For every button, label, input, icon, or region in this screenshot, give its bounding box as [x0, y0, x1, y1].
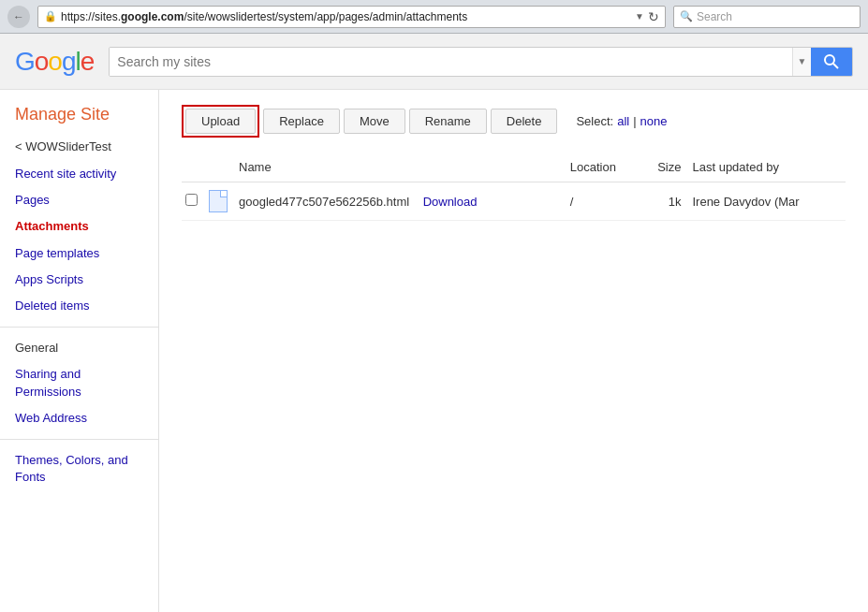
sidebar-divider-1	[0, 327, 158, 328]
sidebar-back-link[interactable]: < WOWSliderTest	[0, 139, 158, 161]
search-submit-button[interactable]	[811, 48, 852, 76]
file-icon	[209, 190, 228, 212]
row-size-cell: 1k	[642, 182, 689, 221]
svg-line-1	[833, 64, 838, 68]
sidebar-item-general: General	[0, 335, 158, 361]
col-checkbox	[182, 153, 205, 182]
url-text: https://sites.google.com/site/wowslidert…	[61, 10, 467, 23]
search-icon: 🔍	[680, 10, 693, 22]
address-bar[interactable]: 🔒 https://sites.google.com/site/wowslide…	[37, 6, 666, 28]
search-dropdown-button[interactable]: ▼	[792, 48, 811, 76]
table-row: googled477c507e562256b.html Download / 1…	[182, 182, 846, 221]
sidebar-item-page-templates[interactable]: Page templates	[0, 240, 158, 267]
row-name-cell: googled477c507e562256b.html Download	[235, 182, 566, 221]
sidebar-item-pages[interactable]: Pages	[0, 187, 158, 213]
col-size: Size	[642, 153, 689, 182]
svg-point-0	[825, 55, 834, 65]
sidebar-divider-2	[0, 439, 158, 440]
sidebar-item-recent-site-activity[interactable]: Recent site activity	[0, 161, 158, 187]
row-location-cell: /	[566, 182, 642, 221]
search-submit-icon	[823, 53, 840, 70]
table-body: googled477c507e562256b.html Download / 1…	[182, 182, 846, 221]
delete-button[interactable]: Delete	[491, 109, 558, 134]
address-dropdown-icon[interactable]: ▼	[635, 11, 644, 22]
replace-button[interactable]: Replace	[263, 109, 340, 134]
logo-e: e	[81, 47, 95, 76]
browser-chrome: ← 🔒 https://sites.google.com/site/wowsli…	[0, 0, 868, 34]
main-content: Upload Replace Move Rename Delete Select…	[159, 90, 868, 612]
sidebar-item-themes-colors-fonts[interactable]: Themes, Colors, and Fonts	[0, 447, 158, 490]
browser-search-placeholder: Search	[697, 10, 732, 23]
search-sites-input[interactable]	[110, 48, 792, 76]
upload-btn-wrapper: Upload	[182, 105, 259, 138]
upload-button[interactable]: Upload	[185, 109, 256, 134]
download-link[interactable]: Download	[423, 195, 478, 209]
row-last-updated-cell: Irene Davydov (Mar	[688, 182, 846, 221]
move-button[interactable]: Move	[344, 109, 405, 134]
browser-search-box[interactable]: 🔍 Search	[673, 6, 861, 28]
col-last-updated-by: Last updated by	[688, 153, 846, 182]
logo-g2: g	[62, 47, 76, 76]
select-none-link[interactable]: none	[640, 114, 668, 128]
refresh-button[interactable]: ↻	[648, 9, 659, 24]
files-table: Name Location Size Last updated by googl…	[182, 153, 846, 221]
sidebar-item-deleted-items[interactable]: Deleted items	[0, 293, 158, 319]
table-header: Name Location Size Last updated by	[182, 153, 846, 182]
sidebar: Manage Site < WOWSliderTest Recent site …	[0, 90, 159, 612]
lock-icon: 🔒	[44, 10, 57, 22]
select-label: Select:	[576, 114, 613, 128]
logo-o2: o	[48, 47, 62, 76]
sidebar-item-attachments[interactable]: Attachments	[0, 213, 158, 240]
rename-button[interactable]: Rename	[409, 109, 487, 134]
row-checkbox-cell[interactable]	[182, 182, 205, 221]
toolbar: Upload Replace Move Rename Delete Select…	[182, 105, 846, 138]
sidebar-item-apps-scripts[interactable]: Apps Scripts	[0, 267, 158, 293]
col-icon	[205, 153, 235, 182]
google-header: Google ▼	[0, 34, 868, 90]
page-container: Manage Site < WOWSliderTest Recent site …	[0, 90, 868, 612]
select-all-link[interactable]: all	[617, 114, 629, 128]
logo-g: G	[15, 47, 35, 76]
col-name: Name	[235, 153, 566, 182]
col-location: Location	[566, 153, 642, 182]
google-logo: Google	[15, 47, 94, 77]
back-button[interactable]: ←	[7, 6, 30, 28]
file-name: googled477c507e562256b.html	[239, 195, 409, 209]
search-sites-container[interactable]: ▼	[109, 47, 853, 77]
manage-site-title: Manage Site	[0, 105, 158, 139]
row-icon-cell	[205, 182, 235, 221]
logo-o1: o	[35, 47, 49, 76]
sidebar-item-sharing-permissions[interactable]: Sharing and Permissions	[0, 361, 158, 404]
select-divider: |	[633, 114, 636, 128]
sidebar-nav: Recent site activity Pages Attachments P…	[0, 161, 158, 490]
sidebar-item-web-address[interactable]: Web Address	[0, 405, 158, 431]
row-checkbox[interactable]	[185, 194, 198, 206]
